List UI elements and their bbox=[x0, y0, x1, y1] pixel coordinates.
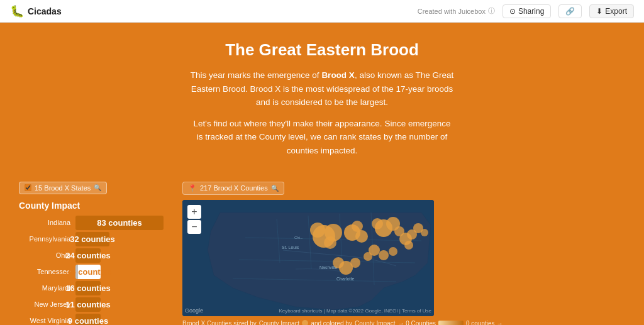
svg-point-12 bbox=[352, 221, 363, 232]
logo: 🐛 Cicadas bbox=[10, 4, 62, 18]
sharing-icon: ⊙ bbox=[509, 7, 516, 16]
county-bar-wrapper: 83 counties bbox=[75, 216, 170, 230]
state-filter-checkbox[interactable] bbox=[25, 184, 31, 191]
footer-arrow1: → 0 Counties bbox=[397, 320, 436, 325]
county-state-label: Indiana bbox=[19, 219, 75, 226]
color-bar bbox=[438, 321, 464, 325]
footer-color-label: County Impact bbox=[355, 320, 395, 325]
app-header: 🐛 Cicadas Created with Juicebox ⓘ ⊙ Shar… bbox=[0, 0, 644, 23]
county-bar[interactable]: 32 counties bbox=[75, 232, 109, 246]
footer-dot bbox=[302, 320, 308, 325]
svg-point-21 bbox=[421, 229, 428, 236]
footer-arrow2: 0 counties → bbox=[466, 320, 502, 325]
county-row: Tennessee16 counties bbox=[19, 265, 170, 279]
hero-title: The Great Eastern Brood bbox=[13, 40, 631, 60]
map-container: St. Louis Nashville Charlotte Chi... bbox=[182, 200, 434, 316]
county-row: New Jersey11 counties bbox=[19, 297, 170, 312]
hero-section: The Great Eastern Brood This year marks … bbox=[0, 23, 644, 175]
main-content: 15 Brood X States 🔍 County Impact Indian… bbox=[0, 175, 644, 325]
county-row: Maryland16 counties bbox=[19, 281, 170, 295]
county-bar-wrapper: 11 counties bbox=[75, 297, 170, 312]
footer-size-label: County Impact bbox=[259, 320, 299, 325]
county-row: Pennsylvania32 counties bbox=[19, 232, 170, 246]
map-area: 📍 217 Brood X Counties 🔍 bbox=[182, 182, 625, 325]
left-panel: 15 Brood X States 🔍 County Impact Indian… bbox=[19, 182, 170, 325]
link-icon: 🔗 bbox=[565, 7, 575, 16]
svg-point-9 bbox=[324, 236, 336, 249]
logo-text: Cicadas bbox=[28, 6, 62, 16]
sharing-button[interactable]: ⊙ Sharing bbox=[502, 4, 551, 18]
export-icon: ⬇ bbox=[596, 7, 602, 16]
svg-text:St. Louis: St. Louis bbox=[282, 245, 299, 250]
svg-text:Charlotte: Charlotte bbox=[336, 277, 355, 281]
state-filter-label: 15 Brood X States bbox=[35, 184, 91, 192]
county-bar[interactable]: 11 counties bbox=[75, 297, 101, 312]
google-watermark: Google bbox=[185, 307, 203, 314]
county-bar-wrapper: 24 counties bbox=[75, 248, 170, 263]
map-filter-badge[interactable]: 📍 217 Brood X Counties 🔍 bbox=[182, 182, 284, 195]
map-attribution: Keyboard shortcuts | Map data ©2022 Goog… bbox=[279, 308, 431, 314]
footer-text2: and colored by bbox=[311, 320, 352, 325]
county-bar[interactable]: 16 counties bbox=[75, 265, 101, 279]
export-button[interactable]: ⬇ Export bbox=[589, 4, 634, 18]
svg-point-15 bbox=[372, 218, 383, 229]
state-filter-badge[interactable]: 15 Brood X States 🔍 bbox=[19, 182, 107, 194]
hero-para2: Let's find out where they'll make their … bbox=[190, 117, 454, 158]
county-bar-wrapper: 9 counties bbox=[75, 314, 170, 325]
svg-point-19 bbox=[404, 241, 413, 250]
county-state-label: Pennsylvania bbox=[19, 235, 75, 243]
county-bar[interactable]: 83 counties bbox=[75, 216, 164, 230]
county-row: West Virginia9 counties bbox=[19, 314, 170, 325]
zoom-in-button[interactable]: + bbox=[187, 205, 201, 219]
svg-point-24 bbox=[350, 258, 360, 268]
svg-point-27 bbox=[379, 250, 389, 260]
footer-text1: Brood X Counties sized by bbox=[182, 320, 257, 325]
county-bar-wrapper: 16 counties bbox=[75, 265, 170, 279]
map-footer: Brood X Counties sized by County Impact … bbox=[182, 320, 502, 325]
county-state-label: West Virginia bbox=[19, 317, 75, 324]
county-bar[interactable]: 24 counties bbox=[75, 248, 101, 263]
county-list: Indiana83 countiesPennsylvania32 countie… bbox=[19, 216, 170, 325]
hero-para1: This year marks the emergence of Brood X… bbox=[190, 69, 454, 109]
svg-point-28 bbox=[389, 247, 397, 256]
county-bar[interactable]: 16 counties bbox=[75, 281, 101, 295]
search-icon: 🔍 bbox=[94, 184, 101, 191]
created-with-label: Created with Juicebox ⓘ bbox=[418, 6, 495, 16]
county-bar-wrapper: 16 counties bbox=[75, 281, 170, 295]
county-bar[interactable]: 9 counties bbox=[75, 314, 101, 325]
zoom-out-button[interactable]: − bbox=[187, 220, 201, 234]
info-icon: ⓘ bbox=[488, 6, 495, 16]
svg-point-23 bbox=[333, 257, 344, 268]
svg-point-8 bbox=[310, 223, 325, 238]
svg-text:Chi...: Chi... bbox=[294, 236, 303, 240]
pin-icon: 📍 bbox=[188, 184, 197, 192]
county-impact-title: County Impact bbox=[19, 201, 170, 211]
county-row: Indiana83 counties bbox=[19, 216, 170, 230]
header-actions: Created with Juicebox ⓘ ⊙ Sharing 🔗 ⬇ Ex… bbox=[418, 4, 634, 18]
county-row: Ohio24 counties bbox=[19, 248, 170, 263]
map-filter-label: 217 Brood X Counties bbox=[200, 184, 268, 192]
logo-icon: 🐛 bbox=[10, 4, 24, 18]
svg-point-26 bbox=[364, 252, 372, 261]
county-bar-wrapper: 32 counties bbox=[75, 232, 170, 246]
map-search-icon: 🔍 bbox=[271, 185, 279, 192]
link-button[interactable]: 🔗 bbox=[558, 4, 582, 18]
